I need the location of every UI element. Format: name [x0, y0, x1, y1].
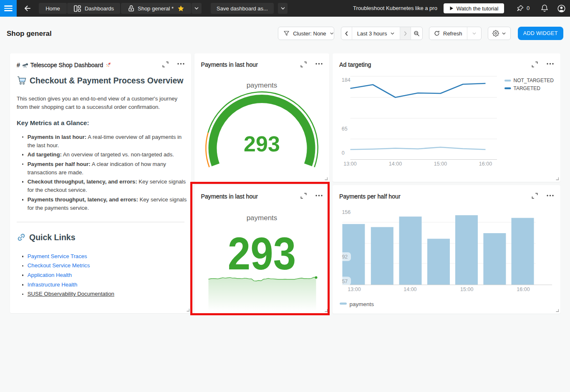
- svg-text:14:00: 14:00: [404, 286, 416, 292]
- svg-text:156: 156: [342, 209, 351, 215]
- svg-text:13:00: 13:00: [343, 161, 356, 167]
- svg-text:92: 92: [342, 254, 348, 260]
- svg-text:NOT_TARGETED: NOT_TARGETED: [514, 78, 554, 83]
- svg-text:13:00: 13:00: [348, 286, 361, 292]
- svg-text:184: 184: [342, 77, 351, 83]
- svg-text:293: 293: [244, 132, 280, 156]
- svg-text:15:00: 15:00: [434, 161, 447, 167]
- svg-text:57: 57: [342, 278, 348, 284]
- svg-text:14:00: 14:00: [389, 161, 402, 167]
- svg-text:TARGETED: TARGETED: [514, 85, 541, 91]
- svg-text:16:00: 16:00: [517, 286, 530, 292]
- svg-text:65: 65: [342, 126, 348, 132]
- svg-text:payments: payments: [350, 301, 374, 307]
- svg-text:15:00: 15:00: [460, 286, 473, 292]
- svg-text:16:00: 16:00: [479, 161, 492, 167]
- svg-text:payments: payments: [246, 81, 277, 89]
- svg-text:0: 0: [342, 150, 345, 156]
